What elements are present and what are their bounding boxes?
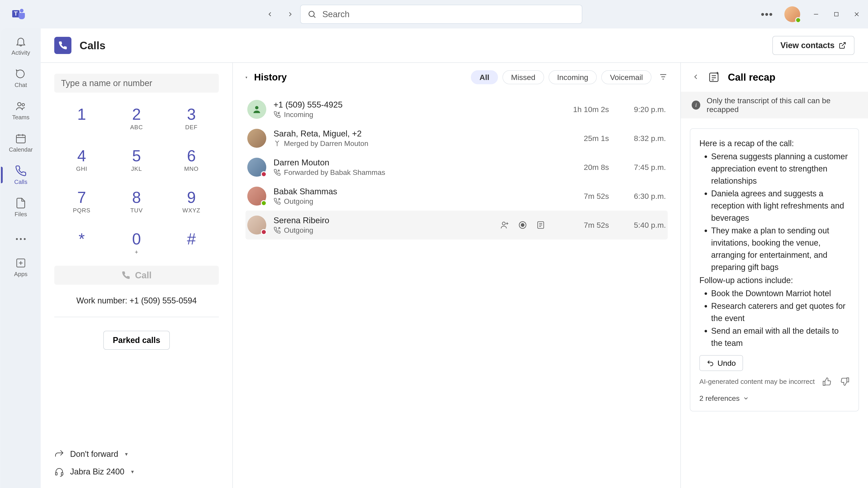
forward-dropdown[interactable]: Don't forward ▾ [54, 449, 219, 459]
search-placeholder: Search [322, 9, 349, 19]
key-4[interactable]: 4GHI [54, 139, 109, 180]
more-options-button[interactable]: ••• [761, 8, 773, 20]
presence-available-icon [795, 17, 801, 23]
svg-point-29 [521, 223, 524, 226]
forwarded-call-icon [274, 169, 281, 176]
references-toggle[interactable]: 2 references [700, 393, 849, 404]
outgoing-call-icon [274, 227, 281, 234]
svg-point-27 [502, 222, 505, 225]
history-row[interactable]: +1 (509) 555-4925 Incoming 1h 10m 2s 9:2… [246, 95, 668, 124]
record-icon[interactable] [518, 221, 527, 230]
caret-down-icon: ▾ [125, 451, 128, 457]
people-icon [14, 100, 27, 112]
rail-item-chat[interactable]: Chat [1, 68, 41, 89]
incoming-call-icon [274, 111, 281, 118]
rail-item-calls[interactable]: Calls [1, 164, 41, 186]
parked-calls-button[interactable]: Parked calls [103, 331, 170, 350]
svg-rect-39 [847, 378, 848, 382]
avatar [247, 158, 266, 177]
rail-item-calendar[interactable]: Calendar [1, 132, 41, 153]
phone-icon [14, 164, 27, 177]
rail-more-button[interactable] [1, 233, 41, 246]
avatar [247, 216, 266, 234]
svg-point-2 [20, 9, 24, 12]
key-2[interactable]: 2ABC [109, 97, 164, 139]
maximize-button[interactable] [832, 10, 841, 19]
svg-rect-11 [17, 135, 25, 143]
key-9[interactable]: 9WXYZ [164, 180, 219, 222]
key-0[interactable]: 0+ [109, 222, 164, 263]
thumbs-up-icon[interactable] [822, 377, 831, 386]
titlebar: T Search ••• [0, 0, 868, 29]
presence-dnd-icon [261, 171, 267, 177]
calendar-icon [14, 132, 27, 145]
device-dropdown[interactable]: Jabra Biz 2400 ▾ [54, 467, 219, 477]
recap-banner: i Only the transcript of this call can b… [681, 92, 868, 119]
svg-rect-38 [823, 381, 825, 385]
chevron-down-icon [743, 395, 749, 401]
close-button[interactable] [852, 10, 861, 19]
history-row[interactable]: Serena Ribeiro Outgoing 7m 52s 5:40 p.m. [246, 210, 668, 239]
bell-icon [14, 35, 27, 48]
key-star[interactable]: * [54, 222, 109, 263]
filter-incoming[interactable]: Incoming [549, 70, 597, 84]
workspace: Activity Chat Teams Calendar Calls Files… [1, 29, 868, 488]
svg-point-26 [255, 106, 258, 109]
presence-dnd-icon [261, 229, 267, 235]
content-header: Calls View contacts [41, 29, 868, 63]
recap-panel: Call recap i Only the transcript of this… [681, 63, 868, 488]
open-external-icon [839, 41, 846, 49]
svg-rect-21 [56, 473, 57, 475]
transcript-icon[interactable] [536, 221, 545, 230]
user-avatar[interactable] [784, 6, 800, 22]
filter-voicemail[interactable]: Voicemail [601, 70, 651, 84]
call-button[interactable]: Call [54, 266, 219, 285]
key-3[interactable]: 3DEF [164, 97, 219, 139]
rail-item-apps[interactable]: Apps [1, 257, 41, 278]
search-input[interactable]: Search [300, 5, 582, 24]
add-person-icon[interactable] [500, 221, 509, 230]
svg-point-9 [18, 103, 21, 106]
key-7[interactable]: 7PQRS [54, 180, 109, 222]
phone-icon [121, 271, 130, 280]
svg-point-16 [20, 238, 22, 240]
calls-tile-icon [54, 37, 71, 54]
nav-forward-button[interactable] [286, 10, 295, 19]
nav-back-button[interactable] [266, 10, 274, 19]
rail-item-files[interactable]: Files [1, 197, 41, 218]
undo-button[interactable]: Undo [700, 355, 743, 371]
minimize-button[interactable] [811, 10, 820, 19]
history-row[interactable]: Darren Mouton Forwarded by Babak Shammas… [246, 153, 668, 182]
history-header: ▾ History All Missed Incoming Voicemail [233, 63, 680, 92]
key-8[interactable]: 8TUV [109, 180, 164, 222]
recap-icon [708, 71, 720, 84]
back-button[interactable] [692, 73, 700, 82]
dialpad: 1 2ABC 3DEF 4GHI 5JKL 6MNO 7PQRS 8TUV 9W… [54, 97, 219, 263]
dial-input[interactable]: Type a name or number [54, 74, 219, 93]
key-5[interactable]: 5JKL [109, 139, 164, 180]
key-1[interactable]: 1 [54, 97, 109, 139]
svg-point-3 [309, 11, 314, 17]
caret-down-icon: ▾ [131, 468, 134, 475]
rail-item-activity[interactable]: Activity [1, 35, 41, 56]
history-row[interactable]: Sarah, Reta, Miguel, +2 Merged by Darren… [246, 124, 668, 153]
history-row[interactable]: Babak Shammas Outgoing 7m 52s 6:30 p.m. [246, 182, 668, 210]
key-6[interactable]: 6MNO [164, 139, 219, 180]
thumbs-down-icon[interactable] [840, 377, 849, 386]
view-contacts-button[interactable]: View contacts [772, 36, 855, 55]
key-hash[interactable]: # [164, 222, 219, 263]
collapse-caret-icon[interactable]: ▾ [246, 75, 247, 79]
filter-icon[interactable] [659, 72, 668, 82]
svg-rect-22 [61, 473, 63, 475]
presence-available-icon [261, 200, 267, 206]
rail-item-teams[interactable]: Teams [1, 100, 41, 121]
columns: Type a name or number 1 2ABC 3DEF 4GHI 5… [41, 63, 868, 488]
svg-point-10 [22, 103, 24, 106]
filter-all[interactable]: All [471, 70, 498, 84]
work-number: Work number: +1 (509) 555-0594 [54, 296, 219, 305]
page-title: Calls [80, 39, 105, 52]
filter-missed[interactable]: Missed [502, 70, 544, 84]
svg-point-17 [24, 238, 26, 240]
more-icon [14, 233, 27, 246]
svg-point-15 [16, 238, 18, 240]
